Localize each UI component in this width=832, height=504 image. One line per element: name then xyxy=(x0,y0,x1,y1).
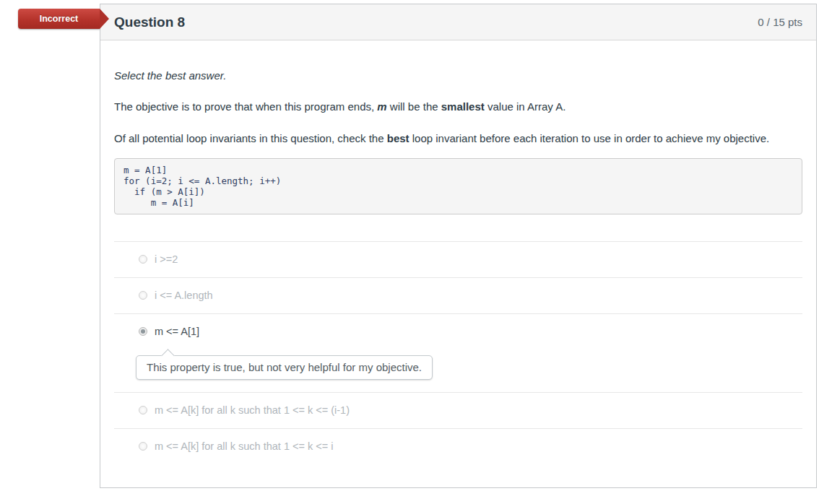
radio-button[interactable] xyxy=(139,291,147,300)
answer-option-3-line[interactable]: m <= A[1] xyxy=(114,326,802,338)
code-line: m = A[i] xyxy=(124,197,793,208)
emphasis-smallest: smallest xyxy=(441,100,485,113)
objective-text: will be the xyxy=(387,100,441,113)
feedback-tooltip: This property is true, but not very help… xyxy=(136,355,433,380)
answer-option-label: m <= A[k] for all k such that 1 <= k <= … xyxy=(155,404,350,417)
objective-text: The objective is to prove that when this… xyxy=(114,100,377,113)
instruction-text: Select the best answer. xyxy=(114,68,802,83)
answer-option-label: i >=2 xyxy=(155,253,178,266)
variable-m: m xyxy=(377,100,386,113)
incorrect-flag-label: Incorrect xyxy=(40,14,79,24)
task-text: loop invariant before each iteration to … xyxy=(410,132,770,144)
code-line: if (m > A[i]) xyxy=(124,186,793,197)
answer-options: i >=2 i <= A.length m <= A[1] This prope… xyxy=(114,241,802,464)
feedback-text: This property is true, but not very help… xyxy=(147,361,422,373)
task-text: Of all potential loop invariants in this… xyxy=(114,132,387,144)
question-body: Select the best answer. The objective is… xyxy=(100,40,816,464)
answer-option-label: m <= A[1] xyxy=(155,326,199,338)
code-line: for (i=2; i <= A.length; i++) xyxy=(124,175,793,186)
code-line: m = A[1] xyxy=(124,165,793,175)
task-paragraph: Of all potential loop invariants in this… xyxy=(114,131,802,147)
objective-paragraph: The objective is to prove that when this… xyxy=(114,99,802,115)
question-panel: Question 8 0 / 15 pts Select the best an… xyxy=(100,4,817,488)
emphasis-best: best xyxy=(387,132,410,144)
objective-text: value in Array A. xyxy=(485,100,566,113)
incorrect-flag: Incorrect xyxy=(18,9,100,29)
answer-option-4[interactable]: m <= A[k] for all k such that 1 <= k <= … xyxy=(114,392,802,428)
question-points: 0 / 15 pts xyxy=(758,16,802,28)
radio-button[interactable] xyxy=(139,406,147,414)
answer-option-label: i <= A.length xyxy=(155,290,213,302)
code-block: m = A[1] for (i=2; i <= A.length; i++) i… xyxy=(114,158,802,214)
answer-option-1[interactable]: i >=2 xyxy=(114,241,802,277)
radio-button[interactable] xyxy=(139,442,147,451)
answer-option-label: m <= A[k] for all k such that 1 <= k <= … xyxy=(155,440,333,453)
radio-button[interactable] xyxy=(139,255,147,264)
answer-option-2[interactable]: i <= A.length xyxy=(114,277,802,313)
question-header: Question 8 0 / 15 pts xyxy=(100,4,816,40)
radio-button-selected[interactable] xyxy=(139,327,147,336)
answer-option-5[interactable]: m <= A[k] for all k such that 1 <= k <= … xyxy=(114,428,802,464)
question-title: Question 8 xyxy=(114,14,185,30)
answer-option-3-selected[interactable]: m <= A[1] This property is true, but not… xyxy=(114,313,802,392)
